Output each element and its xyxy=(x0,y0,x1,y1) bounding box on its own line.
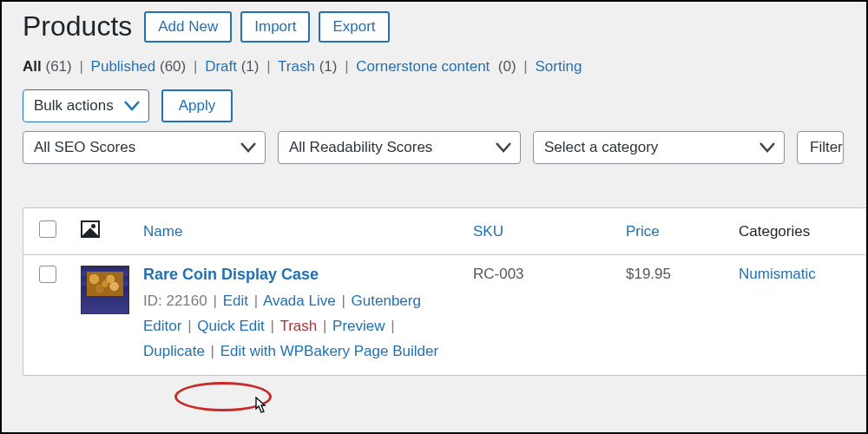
annotation-circle xyxy=(174,382,272,411)
status-filter-bar: All (61) | Published (60) | Draft (1) | … xyxy=(23,58,866,76)
action-edit[interactable]: Edit xyxy=(223,293,248,309)
col-name[interactable]: Name xyxy=(135,208,464,255)
action-avada-live[interactable]: Avada Live xyxy=(263,293,336,309)
action-wpbakery[interactable]: Edit with WPBakery Page Builder xyxy=(220,343,438,359)
filter-published[interactable]: Published xyxy=(91,58,156,75)
filter-sorting[interactable]: Sorting xyxy=(535,58,582,75)
readability-scores-select[interactable]: All Readability Scores xyxy=(278,131,521,164)
category-select-label: Select a category xyxy=(544,139,658,156)
page-title: Products xyxy=(23,10,132,43)
action-duplicate[interactable]: Duplicate xyxy=(143,343,205,359)
import-button[interactable]: Import xyxy=(240,11,310,43)
product-price: $19.95 xyxy=(617,255,730,375)
action-preview[interactable]: Preview xyxy=(332,318,385,334)
bulk-actions-label: Bulk actions xyxy=(34,97,114,115)
filter-draft[interactable]: Draft xyxy=(205,58,237,75)
chevron-down-icon xyxy=(240,142,256,153)
action-trash[interactable]: Trash xyxy=(279,318,317,334)
export-button[interactable]: Export xyxy=(319,11,389,43)
row-checkbox[interactable] xyxy=(39,266,56,283)
bulk-actions-select[interactable]: Bulk actions xyxy=(23,89,149,122)
action-quick-edit[interactable]: Quick Edit xyxy=(197,318,264,334)
filter-all-count: (61) xyxy=(45,58,71,75)
product-name-link[interactable]: Rare Coin Display Case xyxy=(143,266,456,284)
product-sku: RC-003 xyxy=(464,255,617,375)
product-thumbnail[interactable] xyxy=(81,266,129,314)
col-categories: Categories xyxy=(730,208,866,255)
cursor-pointer-icon xyxy=(250,396,269,421)
col-sku[interactable]: SKU xyxy=(464,208,617,255)
filter-cornerstone[interactable]: Cornerstone content xyxy=(356,58,490,75)
chevron-down-icon xyxy=(124,101,140,111)
seo-scores-label: All SEO Scores xyxy=(34,139,135,156)
category-select[interactable]: Select a category xyxy=(533,131,785,164)
table-row: Rare Coin Display Case ID: 22160 | Edit … xyxy=(23,255,866,375)
filter-all[interactable]: All xyxy=(23,58,42,75)
products-table: Name SKU Price Categories Rare Coin Disp… xyxy=(23,208,866,375)
seo-scores-select[interactable]: All SEO Scores xyxy=(23,131,266,164)
readability-scores-label: All Readability Scores xyxy=(289,139,432,156)
product-category-link[interactable]: Numismatic xyxy=(739,266,816,282)
col-price[interactable]: Price xyxy=(617,208,730,255)
select-all-checkbox[interactable] xyxy=(39,220,56,238)
product-id: ID: 22160 xyxy=(143,293,207,309)
chevron-down-icon xyxy=(496,142,511,153)
filter-trash[interactable]: Trash xyxy=(278,58,315,75)
filter-button[interactable]: Filter xyxy=(797,131,844,164)
image-column-icon xyxy=(81,220,100,238)
filter-draft-count: (1) xyxy=(241,58,260,75)
chevron-down-icon xyxy=(760,142,775,153)
apply-button[interactable]: Apply xyxy=(161,89,233,122)
filter-trash-count: (1) xyxy=(319,58,338,75)
filter-cornerstone-count: (0) xyxy=(498,58,516,75)
add-new-button[interactable]: Add New xyxy=(144,11,232,43)
row-actions: ID: 22160 | Edit | Avada Live | Gutenber… xyxy=(143,289,456,365)
filter-published-count: (60) xyxy=(160,58,186,75)
